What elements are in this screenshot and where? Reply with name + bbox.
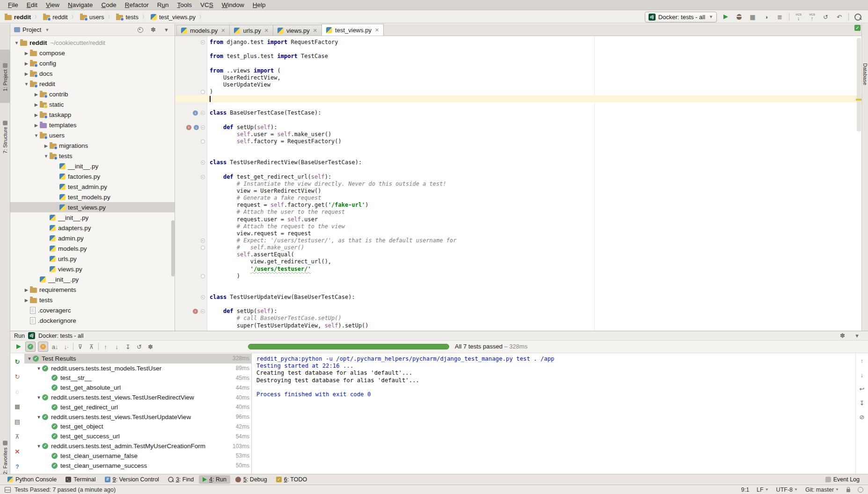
coverage-icon[interactable]: ▦ — [748, 13, 757, 22]
menu-window[interactable]: Window — [218, 0, 248, 9]
toolwindow-button-debug[interactable]: 5: Debug — [232, 475, 271, 484]
collapse-all-icon[interactable]: ⊼ — [87, 342, 96, 351]
expander-closed-icon[interactable]: ▶ — [33, 102, 40, 107]
menu-view[interactable]: View — [42, 0, 64, 9]
menu-navigate[interactable]: Navigate — [64, 0, 97, 9]
menu-edit[interactable]: Edit — [22, 0, 42, 9]
hide-icon[interactable]: ▾ — [162, 25, 171, 34]
up-stack-icon[interactable]: ↑ — [858, 356, 867, 365]
tree-item-adapters-py[interactable]: adapters.py — [10, 223, 175, 233]
expander-open-icon[interactable]: ▼ — [36, 443, 42, 449]
locate-icon[interactable] — [136, 25, 145, 34]
tree-item--dockerignore[interactable]: .dockerignore — [10, 315, 175, 326]
fold-open-icon[interactable]: − — [201, 175, 205, 179]
tree-item-tests[interactable]: ▶tests — [10, 295, 175, 305]
editor-scrollbar[interactable] — [857, 38, 861, 131]
expand-all-icon[interactable]: ⊽ — [76, 342, 85, 351]
tree-item-views-py[interactable]: views.py — [10, 264, 175, 274]
breadcrumb-item[interactable]: test_views.py — [151, 14, 196, 21]
expander-open-icon[interactable]: ▼ — [43, 153, 50, 159]
toolwindow-button-todo[interactable]: ✓6: TODO — [272, 475, 311, 484]
toolwindow-toggle-icon[interactable] — [5, 487, 11, 493]
test-row[interactable]: ✓test_clean_username_success50ms — [24, 461, 251, 471]
tree-item-taskapp[interactable]: ▶taskapp — [10, 109, 175, 120]
scroll-end-icon[interactable]: ↧ — [858, 399, 867, 407]
toolwindow-button-event-log[interactable]: Event Log — [822, 475, 863, 484]
code-editor[interactable]: −from django.test import RequestFactoryf… — [175, 36, 861, 334]
test-row[interactable]: ✓test__str__45ms — [24, 373, 251, 383]
rerun-failed-icon[interactable]: ↻ — [13, 372, 22, 381]
tree-item--init-py[interactable]: __init__.py — [10, 274, 175, 284]
soft-wrap-icon[interactable]: ↩ — [858, 385, 867, 393]
help-icon[interactable]: ? — [13, 462, 22, 471]
expander-open-icon[interactable]: ▼ — [36, 366, 42, 371]
hide-icon[interactable]: ▾ — [853, 331, 861, 340]
profiler-icon[interactable]: ◑ — [762, 13, 771, 22]
tab-database[interactable]: Database — [861, 61, 868, 87]
tree-item-users[interactable]: ▼users — [10, 130, 175, 140]
menu-run[interactable]: Run — [153, 0, 173, 9]
close-icon[interactable]: ✕ — [13, 447, 22, 456]
history-icon[interactable]: ↺ — [821, 13, 830, 22]
expander-closed-icon[interactable]: ▶ — [23, 61, 30, 66]
tab-views-py[interactable]: views.py✕ — [273, 25, 322, 36]
tree-item--init-py[interactable]: __init__.py — [10, 161, 175, 171]
fold-open-icon[interactable]: − — [201, 160, 205, 165]
tree-item-docs[interactable]: ▶docs — [10, 68, 175, 79]
toolwindow-button-python-console[interactable]: Python Console — [4, 475, 60, 484]
inspection-status-icon[interactable]: ✓ — [854, 25, 861, 31]
clear-icon[interactable]: ⊘ — [858, 413, 867, 421]
fold-end-icon[interactable] — [201, 246, 205, 250]
next-failed-icon[interactable]: ↓ — [112, 342, 121, 351]
test-row[interactable]: ▼✓reddit.users.tests.test_models.TestUse… — [24, 363, 251, 373]
tab-models-py[interactable]: models.py✕ — [176, 25, 230, 36]
tab-urls-py[interactable]: urls.py✕ — [229, 25, 273, 36]
expander-closed-icon[interactable]: ▶ — [23, 298, 30, 303]
status-widget-git-master[interactable]: Git: master▼ — [805, 487, 839, 493]
close-icon[interactable]: ✕ — [264, 28, 269, 34]
fold-end-icon[interactable] — [201, 139, 205, 144]
import-results-icon[interactable]: ↧ — [124, 342, 132, 351]
test-row[interactable]: ▼✓reddit.users.tests.test_views.TestUser… — [24, 412, 251, 422]
rerun-icon[interactable]: ↻ — [13, 357, 22, 366]
tree-item-test-admin-py[interactable]: test_admin.py — [10, 182, 175, 192]
override-marker-icon[interactable]: ↑ — [186, 125, 191, 130]
menu-help[interactable]: Help — [248, 0, 270, 9]
sort-duration-icon[interactable]: ↓∙ — [62, 342, 71, 351]
fold-open-icon[interactable]: − — [201, 40, 205, 44]
menu-code[interactable]: Code — [97, 0, 120, 9]
project-scrollbar[interactable] — [171, 220, 175, 276]
implement-marker-icon[interactable]: ↓ — [194, 125, 199, 130]
test-row[interactable]: ✓test_get_absolute_url44ms — [24, 383, 251, 392]
breadcrumb-item[interactable]: reddit — [43, 14, 68, 21]
expander-open-icon[interactable]: ▼ — [23, 81, 30, 87]
fold-open-icon[interactable]: − — [201, 125, 205, 130]
fold-end-icon[interactable] — [201, 274, 205, 278]
test-row[interactable]: ✓test_get_success_url54ms — [24, 431, 251, 441]
expander-open-icon[interactable]: ▼ — [33, 133, 40, 138]
test-results-tree[interactable]: ▼✓Test Results328ms▼✓reddit.users.tests.… — [24, 353, 252, 474]
tree-item-static[interactable]: ▶static — [10, 99, 175, 109]
tab-test_views-py[interactable]: test_views.py✕ — [321, 24, 384, 36]
tree-item-requirements[interactable]: ▶requirements — [10, 284, 175, 295]
test-row[interactable]: ▼✓reddit.users.tests.test_views.TestUser… — [24, 392, 251, 402]
prev-failed-icon[interactable]: ↑ — [101, 342, 110, 351]
fold-open-icon[interactable]: − — [201, 309, 205, 313]
stop-icon[interactable] — [13, 402, 22, 411]
settings-icon[interactable]: ✽ — [149, 25, 158, 34]
close-icon[interactable]: ✕ — [375, 27, 379, 33]
expander-open-icon[interactable]: ▼ — [13, 40, 20, 45]
settings-icon[interactable]: ✽ — [838, 331, 847, 340]
breadcrumb-item[interactable]: users — [80, 14, 104, 21]
fold-open-icon[interactable]: − — [201, 111, 205, 115]
vcs-update-icon[interactable]: VCS↓ — [794, 13, 803, 22]
stripe-tab-project[interactable]: 1: Project — [0, 50, 10, 103]
expander-open-icon[interactable]: ▼ — [36, 395, 42, 400]
expander-closed-icon[interactable]: ▶ — [33, 112, 40, 117]
concurrency-icon[interactable]: ≣ — [775, 13, 784, 22]
menu-file[interactable]: File — [4, 0, 22, 9]
settings-icon[interactable]: ✽ — [146, 342, 155, 351]
test-row[interactable]: ✓test_clean_username_false53ms — [24, 451, 251, 461]
sort-alpha-icon[interactable]: a↓ — [51, 342, 59, 351]
tree-item-reddit[interactable]: ▼reddit — [10, 79, 175, 89]
